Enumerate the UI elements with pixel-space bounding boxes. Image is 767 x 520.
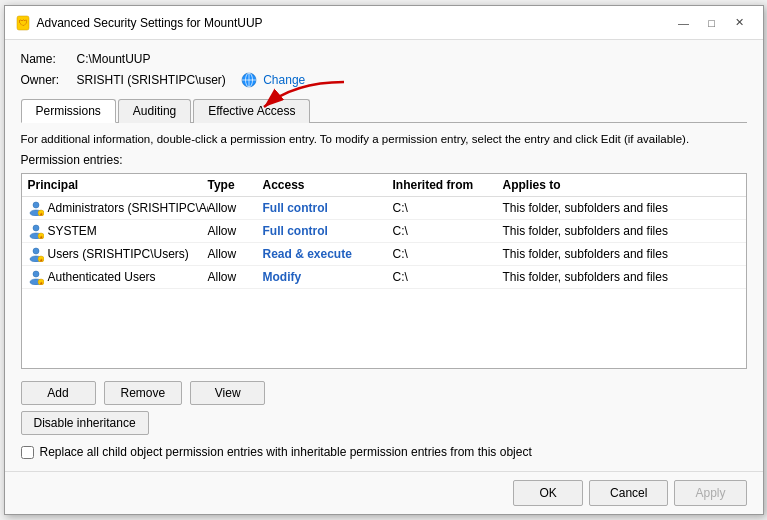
title-bar-left: 🛡 Advanced Security Settings for MountUU… [15, 15, 263, 31]
owner-value: SRISHTI (SRISHTIPC\user) [77, 73, 226, 87]
name-row: Name: C:\MountUUP [21, 52, 747, 66]
name-label: Name: [21, 52, 71, 66]
header-type: Type [208, 178, 263, 192]
inherited-cell: C:\ [393, 201, 503, 215]
principal-cell: ★ Administrators (SRISHTIPC\Ad... [28, 200, 208, 216]
owner-row: Owner: SRISHTI (SRISHTIPC\user) Change [21, 72, 747, 88]
tab-auditing[interactable]: Auditing [118, 99, 191, 123]
title-controls: — □ ✕ [671, 12, 753, 34]
title-bar: 🛡 Advanced Security Settings for MountUU… [5, 6, 763, 40]
svg-point-6 [33, 202, 39, 208]
tabs-container: Permissions Auditing Effective Access [21, 98, 747, 123]
checkbox-row: Replace all child object permission entr… [21, 445, 747, 459]
table-row[interactable]: ★ Administrators (SRISHTIPC\Ad... Allow … [22, 197, 746, 220]
type-cell: Allow [208, 201, 263, 215]
svg-point-10 [33, 225, 39, 231]
user-icon: ★ [28, 200, 44, 216]
principal-cell: ★ Users (SRISHTIPC\Users) [28, 246, 208, 262]
principal-name: Administrators (SRISHTIPC\Ad... [48, 201, 208, 215]
applies-cell: This folder, subfolders and files [503, 224, 740, 238]
action-buttons: Add Remove View [21, 381, 747, 405]
svg-text:🛡: 🛡 [18, 18, 27, 28]
svg-point-14 [33, 248, 39, 254]
replace-permissions-checkbox[interactable] [21, 446, 34, 459]
table-row[interactable]: ★ SYSTEM Allow Full control C:\ This fol… [22, 220, 746, 243]
add-button[interactable]: Add [21, 381, 96, 405]
applies-cell: This folder, subfolders and files [503, 270, 740, 284]
window-title: Advanced Security Settings for MountUUP [37, 16, 263, 30]
principal-cell: ★ SYSTEM [28, 223, 208, 239]
window-icon: 🛡 [15, 15, 31, 31]
user-icon: ★ [28, 223, 44, 239]
table-row[interactable]: ★ Authenticated Users Allow Modify C:\ T… [22, 266, 746, 289]
principal-cell: ★ Authenticated Users [28, 269, 208, 285]
disable-inheritance-row: Disable inheritance [21, 411, 747, 435]
cancel-button[interactable]: Cancel [589, 480, 668, 506]
user-icon: ★ [28, 269, 44, 285]
principal-name: Users (SRISHTIPC\Users) [48, 247, 189, 261]
inherited-cell: C:\ [393, 270, 503, 284]
close-button[interactable]: ✕ [727, 12, 753, 34]
user-icon: ★ [28, 246, 44, 262]
info-text: For additional information, double-click… [21, 133, 747, 145]
disable-inheritance-button[interactable]: Disable inheritance [21, 411, 149, 435]
replace-permissions-label: Replace all child object permission entr… [40, 445, 532, 459]
type-cell: Allow [208, 270, 263, 284]
change-link[interactable]: Change [263, 73, 305, 87]
applies-cell: This folder, subfolders and files [503, 201, 740, 215]
table-header: Principal Type Access Inherited from App… [22, 174, 746, 197]
header-principal: Principal [28, 178, 208, 192]
footer: OK Cancel Apply [5, 471, 763, 514]
minimize-button[interactable]: — [671, 12, 697, 34]
main-window: 🛡 Advanced Security Settings for MountUU… [4, 5, 764, 515]
applies-cell: This folder, subfolders and files [503, 247, 740, 261]
tab-permissions[interactable]: Permissions [21, 99, 116, 123]
owner-label: Owner: [21, 73, 71, 87]
header-inherited: Inherited from [393, 178, 503, 192]
tab-effective-access[interactable]: Effective Access [193, 99, 310, 123]
section-label: Permission entries: [21, 153, 747, 167]
access-cell: Modify [263, 270, 393, 284]
principal-name: Authenticated Users [48, 270, 156, 284]
apply-button[interactable]: Apply [674, 480, 746, 506]
permission-table: Principal Type Access Inherited from App… [21, 173, 747, 369]
access-cell: Read & execute [263, 247, 393, 261]
maximize-button[interactable]: □ [699, 12, 725, 34]
header-access: Access [263, 178, 393, 192]
type-cell: Allow [208, 247, 263, 261]
access-cell: Full control [263, 224, 393, 238]
globe-icon [241, 72, 257, 88]
svg-point-18 [33, 271, 39, 277]
principal-name: SYSTEM [48, 224, 97, 238]
table-row[interactable]: ★ Users (SRISHTIPC\Users) Allow Read & e… [22, 243, 746, 266]
access-cell: Full control [263, 201, 393, 215]
inherited-cell: C:\ [393, 247, 503, 261]
table-body: ★ Administrators (SRISHTIPC\Ad... Allow … [22, 197, 746, 368]
owner-globe-icon [241, 72, 257, 88]
content-area: Name: C:\MountUUP Owner: SRISHTI (SRISHT… [5, 40, 763, 471]
type-cell: Allow [208, 224, 263, 238]
remove-button[interactable]: Remove [104, 381, 183, 405]
view-button[interactable]: View [190, 381, 265, 405]
header-applies: Applies to [503, 178, 740, 192]
name-value: C:\MountUUP [77, 52, 151, 66]
inherited-cell: C:\ [393, 224, 503, 238]
ok-button[interactable]: OK [513, 480, 583, 506]
